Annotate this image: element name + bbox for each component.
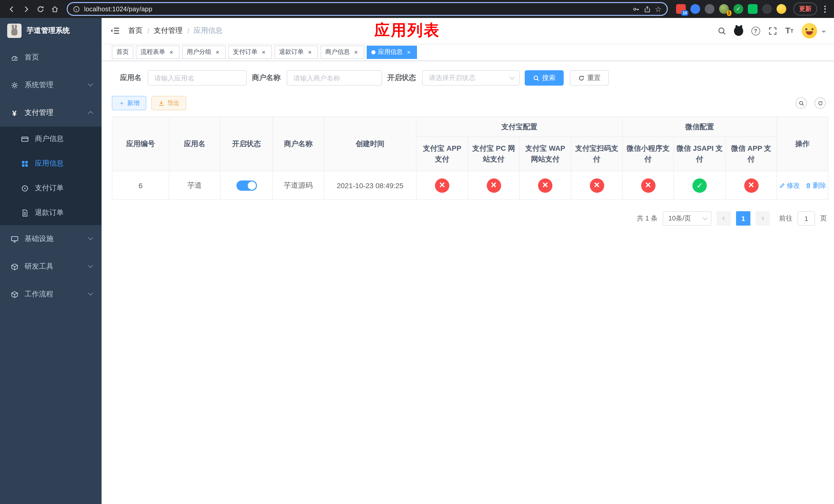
breadcrumb-home[interactable]: 首页 — [128, 26, 142, 36]
fullscreen-icon[interactable] — [768, 26, 777, 36]
chevron-down-icon — [88, 235, 93, 240]
back-button[interactable] — [5, 2, 19, 16]
tab-close-icon[interactable] — [260, 48, 267, 55]
extension-icon-3[interactable] — [705, 4, 715, 14]
app-name-input[interactable] — [148, 70, 247, 86]
extension-icon-2[interactable] — [690, 4, 700, 14]
bookmark-star-icon[interactable]: ☆ — [655, 5, 662, 13]
search-icon[interactable] — [717, 26, 726, 36]
url-text[interactable]: localhost:1024/pay/app — [84, 5, 628, 13]
delete-link[interactable]: 删除 — [805, 181, 826, 190]
help-icon[interactable] — [751, 26, 760, 36]
status-toggle[interactable] — [236, 180, 257, 190]
tab-app-info[interactable]: 应用信息 — [367, 45, 417, 59]
sidebar-logo[interactable]: 芋道管理系统 — [0, 18, 102, 44]
forward-button[interactable] — [20, 2, 33, 16]
extension-icon-7[interactable] — [762, 4, 772, 14]
page-number-1[interactable]: 1 — [736, 211, 750, 226]
tab-close-icon[interactable] — [306, 48, 313, 55]
tab-home[interactable]: 首页 — [112, 45, 133, 59]
col-header-alipay-wap: 支付宝 WAP 网站支付 — [519, 137, 571, 171]
password-key-icon[interactable] — [632, 5, 639, 13]
address-bar[interactable]: localhost:1024/pay/app ☆ — [67, 2, 668, 16]
tab-label: 商户信息 — [325, 48, 350, 56]
search-button[interactable]: 搜索 — [525, 70, 564, 86]
grid-icon — [21, 159, 29, 168]
sidebar-item-pay-order[interactable]: 支付订单 — [0, 176, 102, 201]
tab-pay-order[interactable]: 支付订单 — [228, 45, 272, 59]
reset-button-label: 重置 — [587, 73, 601, 83]
tab-close-icon[interactable] — [214, 48, 221, 55]
tab-close-icon[interactable] — [352, 48, 359, 55]
edit-link-label: 修改 — [787, 181, 800, 190]
sidebar-item-devtools[interactable]: 研发工具 — [0, 253, 102, 280]
share-icon[interactable] — [643, 5, 651, 13]
browser-update-button[interactable]: 更新 — [793, 3, 817, 15]
sidebar-item-home[interactable]: 首页 — [0, 44, 102, 71]
merchant-name-input[interactable] — [287, 70, 382, 86]
site-info-icon[interactable] — [73, 5, 80, 13]
reload-button[interactable] — [34, 2, 47, 16]
extension-icon-4[interactable]: 1 — [719, 4, 729, 14]
page-size-select[interactable]: 10条/页 — [663, 211, 711, 226]
tab-close-icon[interactable] — [168, 48, 175, 55]
sidebar-item-workflow[interactable]: 工作流程 — [0, 280, 102, 308]
tab-process-form[interactable]: 流程表单 — [136, 45, 179, 59]
sidebar-item-app-info[interactable]: 应用信息 — [0, 151, 102, 176]
goto-label: 前往 — [779, 214, 792, 223]
app-name-label: 应用名 — [120, 73, 148, 83]
page-unit-label: 页 — [820, 214, 827, 223]
chevron-down-icon — [88, 81, 93, 86]
browser-menu-icon[interactable] — [821, 3, 829, 15]
export-button[interactable]: 导出 — [151, 96, 186, 110]
alipay-wap-status-icon — [538, 178, 552, 192]
sidebar-item-pay[interactable]: ¥ 支付管理 — [0, 99, 102, 127]
sidebar-item-refund-order[interactable]: 退款订单 — [0, 201, 102, 225]
home-button[interactable] — [48, 2, 62, 16]
tab-label: 流程表单 — [140, 48, 165, 56]
extension-icon-5[interactable]: ✓ — [733, 4, 743, 14]
github-icon[interactable] — [734, 26, 743, 36]
breadcrumb-separator: / — [147, 27, 149, 35]
sidebar-item-system[interactable]: 系统管理 — [0, 71, 102, 99]
toggle-search-button[interactable] — [795, 97, 807, 109]
status-select-placeholder: 请选择开启状态 — [429, 73, 476, 83]
breadcrumb-pay[interactable]: 支付管理 — [154, 26, 182, 36]
extension-icon-1[interactable]: 10 — [676, 4, 686, 14]
sidebar-item-merchant-info[interactable]: 商户信息 — [0, 127, 102, 151]
sidebar-collapse-icon[interactable] — [110, 26, 120, 36]
extension-icon-6[interactable] — [748, 4, 758, 14]
browser-window: localhost:1024/pay/app ☆ 10 1 ✓ 更新 芋道管理系… — [0, 0, 834, 504]
next-page-button[interactable] — [755, 211, 770, 226]
sidebar-item-label: 应用信息 — [35, 159, 64, 168]
table-row: 6 芋道 芋道源码 2021-10-23 08:49:25 — [112, 171, 828, 200]
status-select[interactable]: 请选择开启状态 — [422, 70, 520, 86]
font-size-icon[interactable] — [785, 26, 794, 36]
reset-button[interactable]: 重置 — [570, 70, 609, 86]
tab-merchant-info[interactable]: 商户信息 — [321, 45, 364, 59]
breadcrumb-separator: / — [187, 27, 189, 35]
col-header-status: 开启状态 — [220, 117, 272, 171]
breadcrumb-current: 应用信息 — [194, 26, 223, 36]
prev-page-button[interactable] — [717, 211, 731, 226]
add-button[interactable]: ＋新增 — [112, 96, 146, 110]
sidebar-item-infra[interactable]: 基础设施 — [0, 225, 102, 253]
sidebar-item-label: 商户信息 — [35, 134, 64, 143]
refresh-button[interactable] — [814, 97, 826, 109]
yen-icon: ¥ — [10, 109, 19, 117]
avatar[interactable] — [802, 23, 817, 39]
avatar-caret-icon[interactable] — [822, 31, 826, 35]
col-header-wx-mini: 微信小程序支付 — [622, 137, 674, 171]
tab-user-group[interactable]: 用户分组 — [182, 45, 226, 59]
col-header-wx-jsapi: 微信 JSAPI 支付 — [674, 137, 725, 171]
pay-submenu: 商户信息 应用信息 支付订单 退款订单 — [0, 127, 102, 225]
page-size-value: 10条/页 — [668, 214, 691, 223]
chevron-up-icon — [88, 111, 93, 116]
sidebar-item-label: 系统管理 — [25, 81, 53, 90]
pagination: 共 1 条 10条/页 1 前往 页 — [112, 211, 827, 226]
extension-icon-8[interactable] — [776, 4, 786, 14]
tab-close-icon[interactable] — [405, 48, 412, 55]
tab-refund-order[interactable]: 退款订单 — [275, 45, 318, 59]
edit-link[interactable]: 修改 — [779, 181, 800, 190]
goto-page-input[interactable] — [797, 211, 815, 226]
